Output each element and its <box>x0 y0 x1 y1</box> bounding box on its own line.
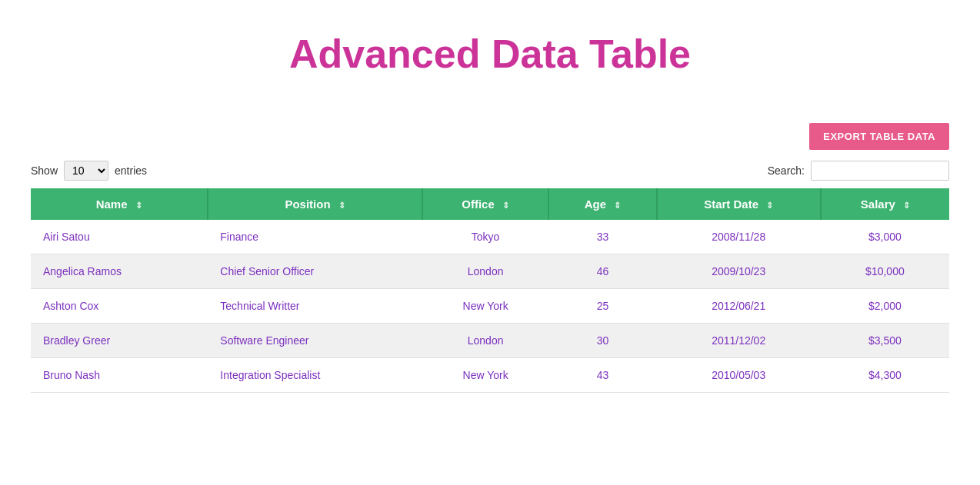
col-position[interactable]: Position ⇕ <box>208 188 422 220</box>
table-row: Airi SatouFinanceTokyo332008/11/28$3,000 <box>31 220 949 254</box>
export-button[interactable]: EXPORT TABLE DATA <box>809 123 949 150</box>
cell-start_date: 2012/06/21 <box>657 289 821 324</box>
toolbar: EXPORT TABLE DATA <box>31 123 949 150</box>
cell-age: 43 <box>548 358 656 393</box>
entries-label: entries <box>115 164 147 177</box>
controls-bar: Show 10 25 50 100 entries Search: <box>31 161 949 181</box>
cell-start_date: 2011/12/02 <box>657 324 821 358</box>
cell-name: Angelica Ramos <box>31 254 208 289</box>
page-title: Advanced Data Table <box>31 15 949 77</box>
cell-salary: $4,300 <box>821 358 949 393</box>
cell-age: 33 <box>548 220 656 254</box>
data-table: Name ⇕ Position ⇕ Office ⇕ Age ⇕ Start D… <box>31 188 949 393</box>
cell-office: New York <box>422 358 549 393</box>
search-box: Search: <box>768 161 949 181</box>
search-label: Search: <box>768 164 805 177</box>
table-body: Airi SatouFinanceTokyo332008/11/28$3,000… <box>31 220 949 393</box>
header-row: Name ⇕ Position ⇕ Office ⇕ Age ⇕ Start D… <box>31 188 949 220</box>
cell-position: Software Engineer <box>208 324 422 358</box>
table-row: Bruno NashIntegration SpecialistNew York… <box>31 358 949 393</box>
col-salary[interactable]: Salary ⇕ <box>821 188 949 220</box>
cell-start_date: 2008/11/28 <box>657 220 821 254</box>
cell-position: Finance <box>208 220 422 254</box>
cell-name: Bradley Greer <box>31 324 208 358</box>
sort-icon-start-date: ⇕ <box>766 201 773 211</box>
sort-icon-position: ⇕ <box>338 201 345 211</box>
cell-start_date: 2010/05/03 <box>657 358 821 393</box>
cell-age: 46 <box>548 254 656 289</box>
cell-salary: $3,000 <box>821 220 949 254</box>
sort-icon-name: ⇕ <box>135 201 142 211</box>
sort-icon-salary: ⇕ <box>903 201 910 211</box>
cell-age: 25 <box>548 289 656 324</box>
cell-position: Technical Writter <box>208 289 422 324</box>
search-input[interactable] <box>811 161 949 181</box>
title-part2: Data Table <box>492 32 691 76</box>
table-header: Name ⇕ Position ⇕ Office ⇕ Age ⇕ Start D… <box>31 188 949 220</box>
cell-name: Bruno Nash <box>31 358 208 393</box>
cell-start_date: 2009/10/23 <box>657 254 821 289</box>
cell-office: New York <box>422 289 549 324</box>
cell-office: London <box>422 324 549 358</box>
table-row: Angelica RamosChief Senior OfficerLondon… <box>31 254 949 289</box>
cell-age: 30 <box>548 324 656 358</box>
sort-icon-office: ⇕ <box>502 201 509 211</box>
col-name[interactable]: Name ⇕ <box>31 188 208 220</box>
cell-salary: $2,000 <box>821 289 949 324</box>
cell-name: Ashton Cox <box>31 289 208 324</box>
cell-office: London <box>422 254 549 289</box>
show-entries-control: Show 10 25 50 100 entries <box>31 161 147 181</box>
table-row: Bradley GreerSoftware EngineerLondon3020… <box>31 324 949 358</box>
cell-salary: $3,500 <box>821 324 949 358</box>
col-age[interactable]: Age ⇕ <box>548 188 656 220</box>
title-part1: Advanced <box>289 32 492 76</box>
cell-position: Chief Senior Officer <box>208 254 422 289</box>
entries-select[interactable]: 10 25 50 100 <box>64 161 108 181</box>
table-row: Ashton CoxTechnical WritterNew York25201… <box>31 289 949 324</box>
sort-icon-age: ⇕ <box>614 201 621 211</box>
col-start-date[interactable]: Start Date ⇕ <box>657 188 821 220</box>
cell-name: Airi Satou <box>31 220 208 254</box>
cell-salary: $10,000 <box>821 254 949 289</box>
cell-office: Tokyo <box>422 220 549 254</box>
show-label: Show <box>31 164 58 177</box>
cell-position: Integration Specialist <box>208 358 422 393</box>
col-office[interactable]: Office ⇕ <box>422 188 549 220</box>
